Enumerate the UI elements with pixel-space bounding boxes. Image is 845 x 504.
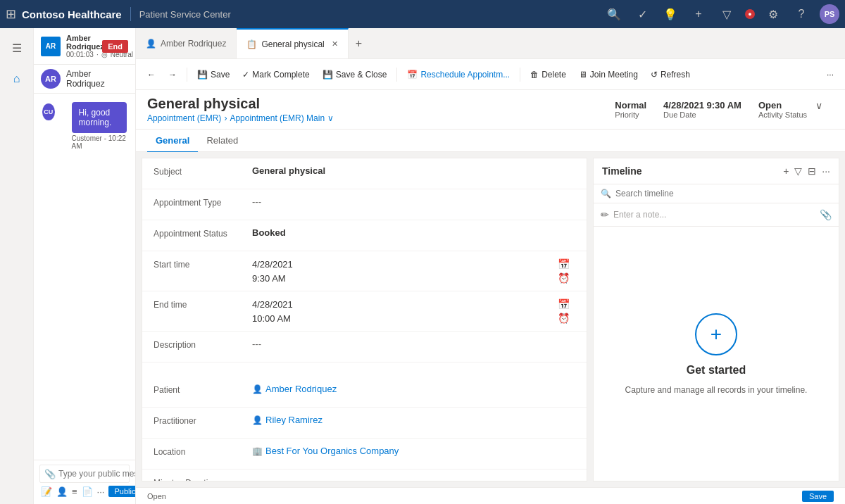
end-call-button[interactable]: End bbox=[102, 40, 128, 53]
start-time-clock-icon[interactable]: ⏰ bbox=[558, 272, 570, 284]
end-date-group: 4/28/2021 📅 10:00 AM ⏰ bbox=[252, 298, 575, 324]
end-time-clock-icon[interactable]: ⏰ bbox=[558, 313, 570, 324]
meta-activity-status: Open Activity Status ∨ bbox=[758, 100, 822, 119]
check-icon[interactable]: ✓ bbox=[632, 4, 652, 24]
start-date-calendar-icon[interactable]: 📅 bbox=[558, 258, 570, 270]
subject-value: General physical bbox=[252, 165, 575, 176]
tab-general-physical[interactable]: 📋 General physical ✕ bbox=[237, 28, 348, 58]
timeline-columns-icon[interactable]: ⊟ bbox=[808, 165, 816, 177]
chat-message-block: Hi, good morning. Customer - 10:22 AM bbox=[58, 102, 127, 150]
field-minutes-duration: Minutes Duration --- bbox=[142, 470, 587, 481]
join-meeting-button[interactable]: 🖥 Join Meeting bbox=[573, 67, 644, 82]
search-icon[interactable]: 🔍 bbox=[604, 4, 624, 24]
breadcrumb-item-1[interactable]: Appointment (EMR) bbox=[147, 113, 221, 123]
notification-badge[interactable]: ● bbox=[745, 9, 755, 19]
sidebar-menu-icon[interactable]: ☰ bbox=[3, 34, 31, 62]
help-icon[interactable]: ? bbox=[791, 4, 811, 24]
bulb-icon[interactable]: 💡 bbox=[661, 4, 680, 24]
subject-label: Subject bbox=[154, 165, 252, 177]
template-icon[interactable]: 📄 bbox=[82, 486, 93, 497]
lines-icon[interactable]: ≡ bbox=[72, 486, 77, 497]
refresh-button[interactable]: ↺ Refresh bbox=[645, 67, 696, 82]
description-label: Description bbox=[154, 339, 252, 350]
chat-input[interactable] bbox=[58, 469, 135, 479]
timeline-add-circle-button[interactable]: + bbox=[695, 313, 737, 355]
end-time-value: 4/28/2021 📅 10:00 AM ⏰ bbox=[252, 298, 575, 324]
record-breadcrumb: Appointment (EMR) › Appointment (EMR) Ma… bbox=[147, 113, 603, 123]
meta-priority: Normal Priority bbox=[615, 100, 646, 119]
tab-general[interactable]: General bbox=[147, 130, 198, 153]
form-tabs: General Related bbox=[136, 130, 845, 152]
tab-related[interactable]: Related bbox=[198, 130, 246, 153]
user-list-item[interactable]: AR Amber Rodriquez bbox=[34, 65, 135, 93]
tab-person-icon: 👤 bbox=[146, 39, 156, 49]
minutes-duration-value: --- bbox=[252, 477, 575, 481]
end-date: 4/28/2021 bbox=[252, 299, 293, 310]
field-patient: Patient 👤 Amber Rodriquez bbox=[142, 377, 587, 408]
reschedule-button[interactable]: 📅 Reschedule Appointm... bbox=[401, 67, 515, 82]
activity-status-value: Open bbox=[758, 100, 807, 111]
settings-icon[interactable]: ⚙ bbox=[763, 4, 783, 24]
field-appointment-status: Appointment Status Booked bbox=[142, 220, 587, 251]
note-input-placeholder[interactable]: Enter a note... bbox=[613, 210, 815, 220]
cmd-divider-1 bbox=[187, 68, 187, 82]
more-chat-icon[interactable]: ··· bbox=[97, 486, 105, 497]
start-date-row: 4/28/2021 📅 bbox=[252, 258, 575, 270]
timeline-search-input[interactable] bbox=[615, 189, 832, 199]
due-date-value: 4/28/2021 9:30 AM bbox=[663, 100, 741, 111]
note-icon[interactable]: 📝 bbox=[41, 486, 52, 497]
save-close-button[interactable]: 💾 Save & Close bbox=[317, 67, 393, 82]
grid-icon[interactable]: ⊞ bbox=[6, 6, 16, 22]
nav-divider bbox=[130, 7, 131, 21]
appointment-type-value: --- bbox=[252, 196, 575, 207]
location-value[interactable]: 🏢 Best For You Organics Company bbox=[252, 446, 575, 456]
user-avatar-circle: AR bbox=[41, 69, 61, 89]
cmd-divider-2 bbox=[396, 68, 397, 82]
forward-button[interactable]: → bbox=[163, 67, 182, 82]
more-button[interactable]: ··· bbox=[821, 67, 839, 82]
end-time-row: 10:00 AM ⏰ bbox=[252, 313, 575, 324]
call-status-separator: · bbox=[96, 51, 99, 58]
form-section: Subject General physical Appointment Typ… bbox=[142, 158, 587, 481]
patient-value[interactable]: 👤 Amber Rodriquez bbox=[252, 384, 575, 394]
tab-add-button[interactable]: + bbox=[349, 28, 369, 58]
back-button[interactable]: ← bbox=[142, 67, 161, 82]
start-time-row: 9:30 AM ⏰ bbox=[252, 272, 575, 284]
tab-close-icon[interactable]: ✕ bbox=[332, 39, 338, 49]
description-value: --- bbox=[252, 339, 575, 349]
save-button[interactable]: 💾 Save bbox=[192, 67, 235, 82]
timeline-empty-desc: Capture and manage all records in your t… bbox=[625, 385, 808, 395]
timeline-empty-title: Get started bbox=[687, 364, 746, 377]
public-button[interactable]: Public bbox=[108, 486, 135, 497]
timeline-section: Timeline + ▽ ⊟ ··· 🔍 ✏ Enter a note... � bbox=[593, 158, 839, 481]
end-date-calendar-icon[interactable]: 📅 bbox=[558, 298, 570, 310]
delete-button[interactable]: 🗑 Delete bbox=[525, 67, 572, 82]
left-panel: AR Amber Rodriquez 00:01:03 · ◎ Neutral … bbox=[34, 28, 136, 504]
sidebar-home-icon[interactable]: ⌂ bbox=[3, 65, 31, 93]
activity-status-label: Activity Status bbox=[758, 111, 807, 119]
attach-note-icon[interactable]: 📎 bbox=[820, 209, 832, 220]
start-time-value: 4/28/2021 📅 9:30 AM ⏰ bbox=[252, 258, 575, 284]
field-appointment-type: Appointment Type --- bbox=[142, 189, 587, 220]
breadcrumb-expand-icon[interactable]: ∨ bbox=[327, 113, 334, 123]
practitioner-value[interactable]: 👤 Riley Ramirez bbox=[252, 415, 575, 425]
top-nav: ⊞ Contoso Healthcare Patient Service Cen… bbox=[0, 0, 845, 28]
start-date-group: 4/28/2021 📅 9:30 AM ⏰ bbox=[252, 258, 575, 284]
record-header-row: General physical Appointment (EMR) › App… bbox=[147, 96, 834, 129]
attach-icon[interactable]: 📎 bbox=[44, 469, 56, 479]
user-avatar[interactable]: PS bbox=[820, 4, 839, 24]
timeline-add-icon[interactable]: + bbox=[783, 165, 789, 177]
chat-messages: CU Hi, good morning. Customer - 10:22 AM bbox=[34, 94, 135, 460]
status-expand-icon[interactable]: ∨ bbox=[815, 100, 822, 111]
timeline-filter-icon[interactable]: ▽ bbox=[794, 165, 802, 177]
tab-amber-rodriquez[interactable]: 👤 Amber Rodriquez bbox=[136, 28, 237, 58]
plus-icon[interactable]: + bbox=[689, 4, 708, 24]
priority-label: Priority bbox=[615, 111, 646, 119]
breadcrumb-item-2[interactable]: Appointment (EMR) Main bbox=[230, 113, 325, 123]
filter-icon[interactable]: ▽ bbox=[717, 4, 737, 24]
person-icon[interactable]: 👤 bbox=[56, 486, 68, 497]
status-bar-save-button[interactable]: Save bbox=[802, 491, 834, 502]
timeline-search-bar: 🔍 bbox=[594, 184, 839, 203]
timeline-more-icon[interactable]: ··· bbox=[822, 165, 830, 177]
mark-complete-button[interactable]: ✓ Mark Complete bbox=[237, 67, 315, 82]
